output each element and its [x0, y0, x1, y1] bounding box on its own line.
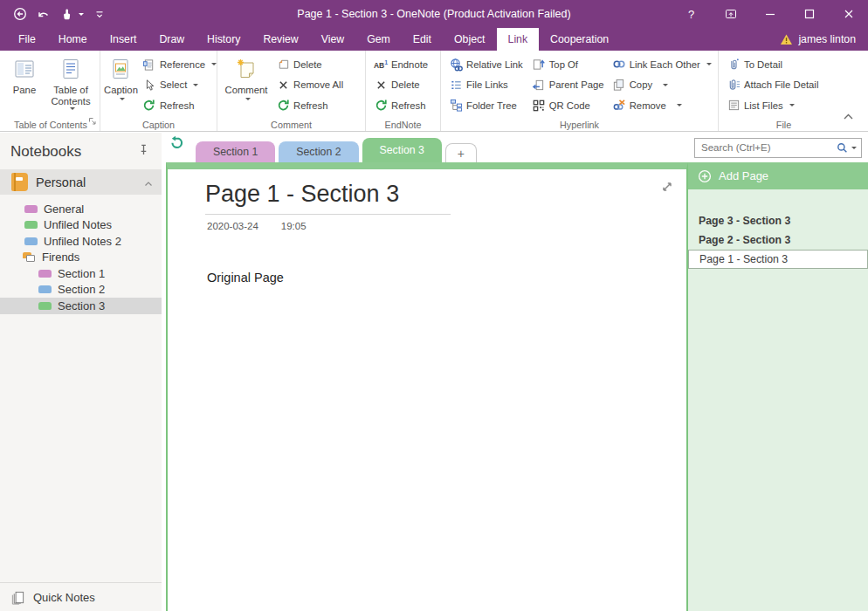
top-of-label: Top Of [549, 59, 578, 70]
quick-notes-button[interactable]: Quick Notes [0, 582, 162, 611]
copy-link-dropdown[interactable] [663, 84, 668, 86]
undo-button[interactable] [37, 8, 51, 20]
back-button[interactable] [13, 7, 27, 21]
list-files-button[interactable]: List Files [722, 95, 823, 116]
top-of-button[interactable]: Top Of [527, 54, 608, 75]
search-input[interactable] [701, 142, 836, 153]
sidebar-item-section-2[interactable]: Section 2 [0, 282, 162, 299]
tab-gem[interactable]: Gem [355, 28, 402, 51]
customize-qat-button[interactable] [93, 8, 106, 20]
search-scope-dropdown[interactable] [851, 147, 857, 149]
close-button[interactable] [829, 0, 868, 28]
link-each-other-button[interactable]: Link Each Other [608, 54, 716, 75]
search-icon[interactable] [836, 141, 849, 154]
section-tab-icon [24, 237, 38, 245]
select-cursor-icon [142, 78, 156, 92]
remove-all-button[interactable]: Remove All [272, 75, 348, 96]
collapse-notebook-button[interactable] [144, 175, 153, 189]
list-files-dropdown[interactable] [789, 104, 795, 106]
section-list: General Unfiled Notes Unfiled Notes 2 Fi… [0, 195, 162, 314]
comment-dropdown[interactable] [245, 98, 251, 100]
page-title[interactable]: Page 1 - Section 3 [205, 181, 451, 208]
page-canvas[interactable]: Page 1 - Section 3 2020-03-24 19:05 Orig… [166, 162, 688, 611]
parent-page-button[interactable]: Parent Page [527, 75, 608, 96]
dialog-launcher-icon[interactable] [88, 113, 97, 129]
search-box[interactable] [694, 138, 862, 158]
tab-edit[interactable]: Edit [402, 28, 443, 51]
navigate-back-button[interactable] [169, 135, 184, 154]
link-each-other-dropdown[interactable] [706, 63, 712, 65]
tab-object[interactable]: Object [443, 28, 497, 51]
relative-link-button[interactable]: Relative Link [444, 54, 527, 75]
diagonal-resize-icon [661, 181, 673, 193]
hyperlink-col-1: Relative Link File Links Folder Tree [444, 53, 527, 121]
page-list-item-page-2[interactable]: Page 2 - Section 3 [688, 230, 868, 250]
caption-refresh-button[interactable]: Refresh [138, 95, 221, 116]
file-links-button[interactable]: File Links [444, 75, 527, 96]
section-tab-section-1[interactable]: Section 1 [196, 141, 275, 162]
table-of-contents-button[interactable]: Table of Contents [44, 53, 98, 121]
page-list-item-page-1[interactable]: Page 1 - Section 3 [688, 250, 868, 269]
pin-button[interactable] [138, 143, 149, 161]
attach-file-detail-button[interactable]: Attach File Detail [722, 75, 823, 96]
comment-refresh-button[interactable]: Refresh [272, 95, 348, 116]
refresh-icon [276, 99, 290, 113]
maximize-button[interactable] [789, 0, 829, 28]
qr-code-button[interactable]: QR Code [527, 95, 608, 116]
tab-file[interactable]: File [7, 28, 47, 51]
sidebar-item-firends[interactable]: Firends [0, 250, 162, 266]
paperclip-icon [727, 58, 741, 72]
touch-mouse-mode-button[interactable] [60, 8, 84, 21]
page-title-block[interactable]: Page 1 - Section 3 [205, 181, 451, 215]
sidebar-item-general[interactable]: General [0, 201, 162, 217]
account-area[interactable]: james linton [780, 28, 868, 51]
endnote-button[interactable]: AB1 Endnote [369, 54, 432, 75]
ribbon-display-options-icon [724, 7, 738, 21]
remove-link-dropdown[interactable] [677, 104, 682, 106]
section-tab-section-3[interactable]: Section 3 [362, 138, 442, 162]
new-section-tab-button[interactable]: + [445, 143, 477, 162]
select-dropdown[interactable] [193, 84, 198, 86]
select-button[interactable]: Select [138, 75, 221, 96]
tab-history[interactable]: History [196, 28, 251, 51]
to-detail-button[interactable]: To Detail [722, 54, 823, 75]
caption-button[interactable]: Caption [104, 53, 138, 121]
page-list: Page 3 - Section 3 Page 2 - Section 3 Pa… [688, 189, 868, 611]
pane-button[interactable]: Pane [5, 53, 44, 121]
sidebar-item-unfiled-notes-2[interactable]: Unfiled Notes 2 [0, 233, 162, 250]
help-button[interactable]: ? [672, 0, 711, 28]
notebook-personal[interactable]: Personal [0, 169, 162, 195]
add-page-button[interactable]: Add Page [688, 162, 868, 189]
collapse-ribbon-button[interactable] [843, 108, 854, 124]
copy-link-button[interactable]: Copy [608, 75, 716, 96]
endnote-delete-button[interactable]: Delete [369, 75, 432, 96]
reference-button[interactable]: Reference [138, 54, 221, 75]
quick-notes-icon [10, 590, 25, 605]
table-of-contents-dropdown[interactable] [70, 107, 75, 110]
endnote-refresh-button[interactable]: Refresh [369, 95, 432, 116]
expand-page-button[interactable] [661, 181, 673, 196]
comment-delete-button[interactable]: Delete [272, 54, 348, 75]
sidebar-item-section-3[interactable]: Section 3 [0, 298, 162, 314]
tab-insert[interactable]: Insert [99, 28, 148, 51]
sidebar-item-section-1[interactable]: Section 1 [0, 265, 162, 282]
tab-link[interactable]: Link [497, 28, 540, 51]
sidebar-item-unfiled-notes[interactable]: Unfiled Notes [0, 217, 162, 234]
page-body-text[interactable]: Original Page [207, 271, 686, 285]
tab-cooperation[interactable]: Cooperation [539, 28, 620, 51]
touch-mode-dropdown[interactable] [79, 13, 84, 16]
folder-tree-button[interactable]: Folder Tree [444, 95, 527, 116]
tab-view[interactable]: View [310, 28, 355, 51]
remove-link-button[interactable]: Remove [608, 95, 716, 116]
section-tab-section-2[interactable]: Section 2 [279, 141, 358, 162]
tab-home[interactable]: Home [47, 28, 99, 51]
copy-link-label: Copy [630, 79, 652, 90]
tab-draw[interactable]: Draw [148, 28, 196, 51]
caption-dropdown[interactable] [120, 98, 125, 100]
ribbon-display-options-button[interactable] [711, 0, 750, 28]
tab-review[interactable]: Review [251, 28, 309, 51]
comment-button[interactable]: Comment [221, 53, 272, 121]
comment-refresh-label: Refresh [293, 100, 328, 111]
page-list-item-page-3[interactable]: Page 3 - Section 3 [688, 211, 868, 230]
minimize-button[interactable] [750, 0, 789, 28]
